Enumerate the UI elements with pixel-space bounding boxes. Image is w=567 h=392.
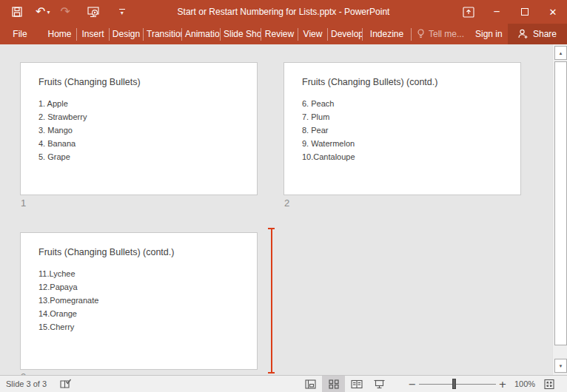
tab-animations[interactable]: Animations — [182, 28, 221, 41]
sign-in-button[interactable]: Sign in — [475, 24, 503, 44]
slide-sorter-view-icon — [329, 379, 339, 389]
slide-sorter-area: Fruits (Changing Bullets) 1. Apple 2. St… — [0, 44, 567, 375]
undo-button[interactable]: ↶ ▾ — [36, 0, 50, 24]
normal-view-icon — [305, 379, 316, 389]
slide-thumbnail-1[interactable]: Fruits (Changing Bullets) 1. Apple 2. St… — [20, 62, 258, 195]
tab-slide-show[interactable]: Slide Show — [221, 28, 261, 41]
list-item: 15.Cherry — [38, 320, 98, 334]
tab-file[interactable]: File — [6, 28, 34, 41]
reading-view-icon — [351, 379, 363, 389]
ribbon-display-options-icon — [463, 7, 474, 18]
slide-list: 1. Apple 2. Strawberry 3. Mango 4. Banan… — [38, 97, 87, 163]
maximize-button[interactable] — [511, 0, 539, 24]
list-item: 11.Lychee — [38, 267, 98, 280]
zoom-in-button[interactable]: + — [497, 379, 508, 390]
slide-title: Fruits (Changing Bullets) — [38, 77, 141, 87]
slide-number-2: 2 — [284, 197, 289, 209]
slide-show-view-icon — [374, 379, 385, 389]
tab-review[interactable]: Review — [261, 28, 298, 41]
tab-view[interactable]: View — [298, 28, 328, 41]
slide-sorter-view-button[interactable] — [322, 376, 345, 392]
ribbon-tabs: File Home Insert Design Transitions Anim… — [6, 24, 412, 44]
ribbon-tab-row: File Home Insert Design Transitions Anim… — [0, 24, 567, 44]
scrollbar-thumb[interactable] — [554, 61, 567, 345]
slide-title: Fruits (Changing Bullets) (contd.) — [38, 247, 174, 257]
list-item: 2. Strawberry — [38, 110, 87, 124]
list-item: 6. Peach — [302, 97, 355, 110]
red-measurement-annotation — [267, 228, 275, 374]
scroll-down-button[interactable]: ▼ — [554, 359, 567, 373]
start-from-beginning-icon — [87, 7, 100, 18]
list-item: 14.Orange — [38, 307, 98, 320]
list-item: 7. Plum — [302, 110, 355, 124]
status-bar: Slide 3 of 3 — [0, 375, 567, 392]
share-button[interactable]: Share — [508, 24, 567, 44]
title-bar: ↶ ▾ ↷ ▾ Start or Restart Numbering — [0, 0, 567, 24]
maximize-icon — [521, 8, 529, 16]
slide-title: Fruits (Changing Bullets) (contd.) — [302, 77, 437, 87]
list-item: 1. Apple — [38, 97, 87, 110]
ribbon-display-options-button[interactable] — [454, 0, 483, 24]
fit-to-window-icon — [543, 379, 555, 390]
tell-me-box[interactable]: Tell me... — [417, 24, 464, 44]
list-item: 8. Pear — [302, 124, 355, 137]
redo-icon: ↷ — [60, 6, 70, 18]
list-item: 4. Banana — [38, 137, 87, 150]
scroll-up-icon: ▲ — [559, 51, 563, 55]
fit-slide-to-window-button[interactable] — [543, 379, 555, 390]
normal-view-button[interactable] — [299, 376, 322, 392]
tab-developer[interactable]: Developer — [328, 28, 363, 41]
tab-transitions[interactable]: Transitions — [144, 28, 182, 41]
reading-view-button[interactable] — [345, 376, 368, 392]
minimize-icon: ─ — [494, 7, 499, 17]
slide-list: 6. Peach 7. Plum 8. Pear 9. Watermelon 1… — [302, 97, 355, 163]
tab-home[interactable]: Home — [43, 28, 77, 41]
customize-qat-button[interactable]: ▾ — [119, 0, 125, 24]
zoom-in-icon: + — [499, 379, 507, 390]
share-person-icon — [518, 29, 529, 39]
zoom-slider-thumb[interactable] — [452, 379, 456, 389]
window-title: Start or Restart Numbering for Lists.ppt… — [178, 0, 390, 24]
tab-insert[interactable]: Insert — [77, 28, 110, 41]
close-button[interactable]: ✕ — [539, 0, 567, 24]
window-controls: ─ ✕ — [454, 0, 567, 24]
undo-dropdown-icon[interactable]: ▾ — [47, 9, 50, 16]
vertical-scrollbar[interactable]: ▲ ▼ — [552, 44, 567, 375]
slide-list: 11.Lychee 12.Papaya 13.Pomegranate 14.Or… — [38, 267, 98, 334]
zoom-out-icon: − — [409, 379, 417, 390]
slide-indicator[interactable]: Slide 3 of 3 — [6, 379, 47, 388]
zoom-level[interactable]: 100% — [511, 379, 539, 388]
zoom-out-button[interactable]: − — [407, 379, 417, 390]
quick-access-toolbar: ↶ ▾ ↷ ▾ — [12, 0, 125, 24]
slide-show-view-button[interactable] — [368, 376, 391, 392]
tab-design[interactable]: Design — [110, 28, 144, 41]
minimize-button[interactable]: ─ — [483, 0, 511, 24]
slide-thumbnail-2[interactable]: Fruits (Changing Bullets) (contd.) 6. Pe… — [284, 62, 521, 195]
redo-button[interactable]: ↷ — [60, 0, 70, 24]
zoom-slider[interactable] — [419, 376, 496, 392]
list-item: 3. Mango — [38, 124, 87, 137]
chevron-down-icon: ▾ — [121, 11, 124, 15]
zoom-controls: − + 100% — [407, 376, 555, 392]
lightbulb-icon — [417, 29, 425, 39]
list-item: 9. Watermelon — [302, 137, 355, 150]
list-item: 10.Cantaloupe — [302, 150, 355, 163]
list-item: 12.Papaya — [38, 280, 98, 294]
start-from-beginning-button[interactable] — [87, 0, 100, 24]
list-item: 13.Pomegranate — [38, 294, 98, 307]
list-item: 5. Grape — [38, 150, 87, 163]
slide-thumbnail-3[interactable]: Fruits (Changing Bullets) (contd.) 11.Ly… — [20, 232, 258, 370]
powerpoint-window: ↶ ▾ ↷ ▾ Start or Restart Numbering — [0, 0, 567, 392]
undo-icon: ↶ — [36, 6, 45, 18]
tell-me-label: Tell me... — [429, 29, 464, 39]
tab-indezine[interactable]: Indezine — [363, 28, 412, 41]
view-switcher — [299, 376, 391, 392]
close-icon: ✕ — [549, 7, 557, 18]
scroll-up-button[interactable]: ▲ — [554, 46, 567, 60]
slide-number-1: 1 — [21, 197, 26, 209]
proofing-status-icon[interactable] — [60, 379, 72, 389]
scroll-down-icon: ▼ — [559, 364, 563, 368]
share-label: Share — [533, 29, 557, 39]
save-icon[interactable] — [12, 0, 22, 24]
